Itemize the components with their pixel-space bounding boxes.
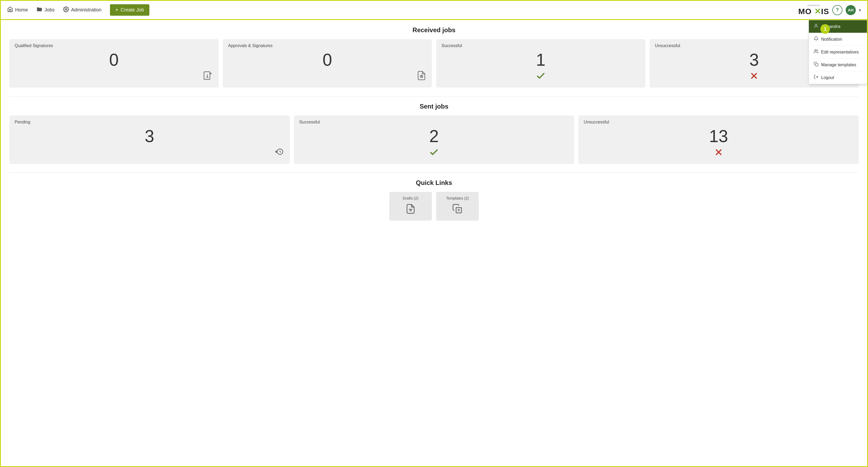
- quick-links-section: Quick Links Drafts (2) Templates (2): [9, 179, 859, 221]
- folder-icon: [36, 6, 42, 13]
- nav-home-label: Home: [15, 7, 28, 13]
- dropdown-label-notification: Notification: [821, 37, 842, 42]
- user-initials: AH: [848, 8, 854, 12]
- gear-icon: [63, 6, 69, 13]
- card-label-qualified-signatures: Qualified Signatures: [14, 43, 213, 48]
- quick-link-templates[interactable]: Templates (2): [436, 192, 479, 221]
- approval-icon: [228, 70, 427, 82]
- main-nav: Home Jobs Administration + Create Job: [7, 4, 149, 16]
- dropdown-item-alexandra[interactable]: Alexandra: [809, 20, 867, 33]
- bell-icon: [814, 36, 818, 42]
- card-label-received-successful: Successful: [441, 43, 640, 48]
- card-sent-unsuccessful[interactable]: Unsuccessful 13: [578, 115, 859, 164]
- card-value-sent-unsuccessful: 13: [584, 128, 854, 145]
- pending-icon: [14, 147, 284, 158]
- svg-point-2: [815, 49, 816, 51]
- create-job-label: Create Job: [121, 7, 144, 13]
- nav-home[interactable]: Home: [7, 6, 28, 13]
- help-button[interactable]: ?: [832, 5, 842, 15]
- card-label-pending: Pending: [14, 120, 284, 125]
- quick-link-drafts-label: Drafts (2): [396, 196, 426, 200]
- svg-point-0: [65, 8, 67, 10]
- sent-error-x-icon: [584, 147, 854, 160]
- card-qualified-signatures[interactable]: Qualified Signatures 0: [9, 39, 219, 88]
- notification-badge: 1: [820, 24, 830, 34]
- success-checkmark-icon: [441, 70, 640, 83]
- signature-icon: [14, 70, 213, 82]
- sent-jobs-cards: Pending 3 Successful 2: [9, 115, 859, 164]
- header-right: powered by MO ✕IS ? AH ▾: [798, 4, 861, 16]
- card-value-approvals: 0: [228, 52, 427, 68]
- received-jobs-section: Received jobs Qualified Signatures 0: [9, 26, 859, 88]
- svg-rect-3: [815, 64, 818, 66]
- section-divider-2: [9, 172, 859, 173]
- create-job-button[interactable]: + Create Job: [110, 4, 149, 16]
- dropdown-menu: Alexandra Notification: [809, 20, 867, 84]
- draft-icon: [396, 204, 426, 216]
- sent-jobs-title: Sent jobs: [9, 103, 859, 110]
- sent-jobs-section: Sent jobs Pending 3 Successful 2: [9, 103, 859, 164]
- dropdown-label-edit-representatives: Edit representatives: [821, 50, 859, 55]
- quick-link-templates-label: Templates (2): [442, 196, 472, 200]
- card-received-successful[interactable]: Successful 1: [436, 39, 645, 88]
- received-jobs-title: Received jobs: [9, 26, 859, 34]
- nav-administration[interactable]: Administration: [63, 6, 101, 13]
- notification-count: 1: [824, 26, 827, 32]
- plus-icon: +: [115, 7, 119, 13]
- card-value-received-successful: 1: [441, 52, 640, 68]
- quick-links-row: Drafts (2) Templates (2): [9, 192, 859, 221]
- main-content: Received jobs Qualified Signatures 0: [1, 20, 867, 227]
- dropdown-label-manage-templates: Manage templates: [821, 63, 856, 67]
- svg-rect-5: [204, 72, 210, 79]
- user-menu-chevron[interactable]: ▾: [859, 8, 861, 12]
- card-label-approvals: Approvals & Signatures: [228, 43, 427, 48]
- logout-icon: [814, 74, 818, 80]
- card-label-sent-successful: Successful: [299, 120, 569, 125]
- card-value-qualified-signatures: 0: [14, 52, 213, 68]
- quick-link-drafts[interactable]: Drafts (2): [389, 192, 432, 221]
- dropdown-item-logout[interactable]: Logout: [809, 71, 867, 84]
- dropdown-label-logout: Logout: [821, 75, 834, 80]
- home-icon: [7, 6, 13, 13]
- card-label-sent-unsuccessful: Unsuccessful: [584, 120, 854, 125]
- card-sent-pending[interactable]: Pending 3: [9, 115, 290, 164]
- sent-success-checkmark-icon: [299, 147, 569, 160]
- card-value-sent-successful: 2: [299, 128, 569, 145]
- person-icon: [814, 24, 818, 30]
- user-avatar[interactable]: AH: [846, 5, 856, 15]
- nav-jobs[interactable]: Jobs: [36, 6, 55, 13]
- templates-icon: [442, 204, 472, 216]
- card-approvals-signatures[interactable]: Approvals & Signatures 0: [223, 39, 432, 88]
- svg-rect-13: [456, 207, 461, 213]
- section-divider-1: [9, 96, 859, 96]
- logo: powered by MO ✕IS: [798, 4, 829, 16]
- quick-links-title: Quick Links: [9, 179, 859, 187]
- card-value-pending: 3: [14, 128, 284, 145]
- people-icon: [814, 49, 818, 55]
- logo-text: powered by MO ✕IS: [798, 4, 829, 16]
- svg-point-1: [815, 24, 817, 26]
- dropdown-item-notification[interactable]: Notification: [809, 33, 867, 46]
- dropdown-item-manage-templates[interactable]: Manage templates: [809, 59, 867, 71]
- header: Home Jobs Administration + Create Job: [1, 1, 867, 20]
- copy-icon: [814, 62, 818, 68]
- received-jobs-cards: Qualified Signatures 0 Approvals & Signa…: [9, 39, 859, 88]
- nav-administration-label: Administration: [71, 7, 101, 13]
- card-sent-successful[interactable]: Successful 2: [294, 115, 574, 164]
- nav-jobs-label: Jobs: [44, 7, 55, 13]
- dropdown-item-edit-representatives[interactable]: Edit representatives: [809, 46, 867, 59]
- user-dropdown: 1 Alexandra Notificat: [809, 20, 867, 84]
